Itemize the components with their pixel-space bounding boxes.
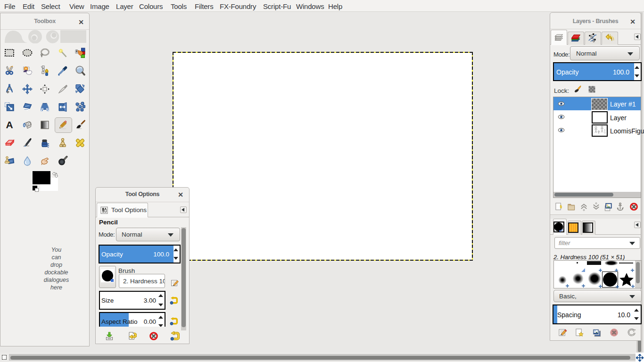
svg-text:A: A [6,120,13,130]
